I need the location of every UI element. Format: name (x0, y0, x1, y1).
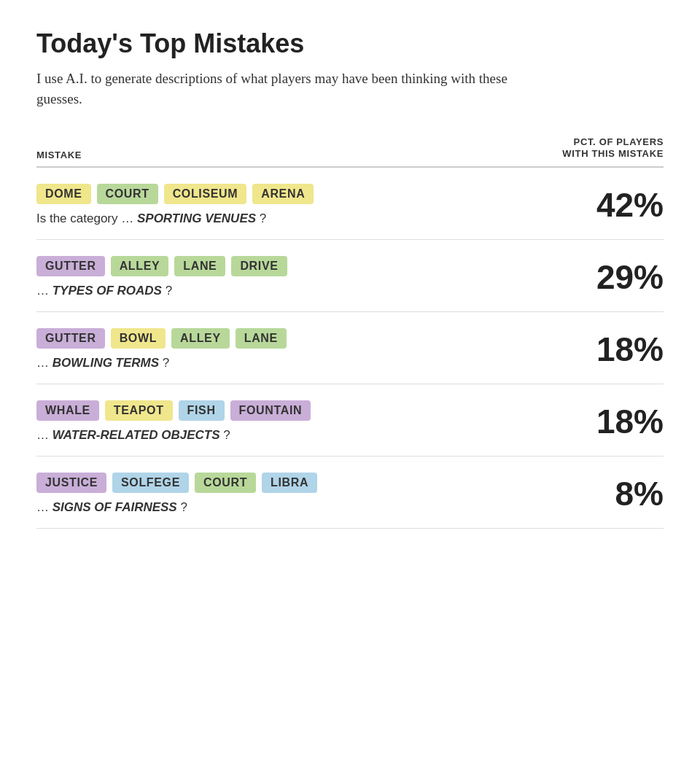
tag: SOLFEGE (112, 473, 189, 493)
mistake-content: GUTTERBOWLALLEYLANE… BOWLING TERMS ? (36, 328, 583, 370)
tag: COURT (97, 184, 158, 204)
tag: FOUNTAIN (230, 400, 311, 421)
tag: LIBRA (262, 473, 317, 493)
mistake-content: WHALETEAPOTFISHFOUNTAIN… WATER-RELATED O… (36, 400, 583, 443)
mistake-content: DOMECOURTCOLISEUMARENAIs the category … … (36, 184, 583, 226)
tag: ALLEY (111, 256, 169, 276)
table-row: WHALETEAPOTFISHFOUNTAIN… WATER-RELATED O… (36, 384, 664, 456)
table-header: MISTAKE PCT. OF PLAYERS WITH THIS MISTAK… (36, 136, 664, 168)
subtitle: I use A.I. to generate descriptions of w… (36, 69, 547, 110)
mistake-category: … SIGNS OF FAIRNESS ? (36, 500, 554, 515)
tag: FISH (179, 400, 225, 421)
tag: DOME (36, 184, 91, 204)
col-mistake-label: MISTAKE (36, 149, 82, 160)
tags: WHALETEAPOTFISHFOUNTAIN (36, 400, 554, 421)
tag: WHALE (36, 400, 99, 421)
page-title: Today's Top Mistakes (36, 29, 664, 58)
mistake-category: … BOWLING TERMS ? (36, 356, 554, 370)
mistake-content: GUTTERALLEYLANEDRIVE… TYPES OF ROADS ? (36, 256, 583, 298)
tag: COURT (195, 473, 256, 493)
pct-value: 8% (583, 474, 664, 513)
pct-value: 29% (583, 257, 664, 297)
mistake-category: … TYPES OF ROADS ? (36, 284, 554, 298)
pct-value: 18% (583, 402, 664, 441)
tag: LANE (236, 328, 287, 349)
table-row: GUTTERBOWLALLEYLANE… BOWLING TERMS ?18% (36, 312, 664, 384)
col-pct-label: PCT. OF PLAYERS WITH THIS MISTAKE (562, 136, 664, 161)
table-row: JUSTICESOLFEGECOURTLIBRA… SIGNS OF FAIRN… (36, 456, 664, 529)
tag: GUTTER (36, 328, 105, 349)
tag: COLISEUM (164, 184, 247, 204)
mistake-content: JUSTICESOLFEGECOURTLIBRA… SIGNS OF FAIRN… (36, 473, 583, 515)
table-row: DOMECOURTCOLISEUMARENAIs the category … … (36, 168, 664, 240)
tags: GUTTERALLEYLANEDRIVE (36, 256, 554, 276)
tags: GUTTERBOWLALLEYLANE (36, 328, 554, 349)
mistake-category: Is the category … SPORTING VENUES ? (36, 211, 554, 226)
tag: BOWL (111, 328, 166, 349)
tag: DRIVE (231, 256, 287, 276)
tag: TEAPOT (105, 400, 173, 421)
tags: JUSTICESOLFEGECOURTLIBRA (36, 473, 554, 493)
table-row: GUTTERALLEYLANEDRIVE… TYPES OF ROADS ?29… (36, 240, 664, 312)
rows-container: DOMECOURTCOLISEUMARENAIs the category … … (36, 168, 664, 529)
pct-value: 18% (583, 330, 664, 369)
tags: DOMECOURTCOLISEUMARENA (36, 184, 554, 204)
tag: JUSTICE (36, 473, 106, 493)
tag: ALLEY (171, 328, 230, 349)
mistake-category: … WATER-RELATED OBJECTS ? (36, 428, 554, 443)
pct-value: 42% (583, 185, 664, 225)
tag: ARENA (252, 184, 314, 204)
tag: GUTTER (36, 256, 105, 276)
tag: LANE (174, 256, 225, 276)
